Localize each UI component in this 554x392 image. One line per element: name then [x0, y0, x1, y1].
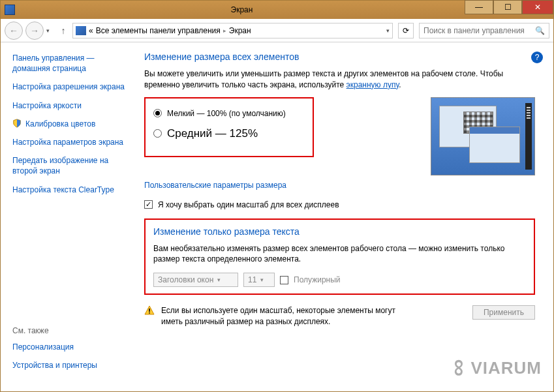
warning-text: Если вы используете один масштаб, некото…	[161, 305, 409, 327]
search-box[interactable]: 🔍	[419, 23, 549, 38]
window-controls: — ☐ ✕	[465, 1, 553, 19]
forward-button[interactable]: →	[25, 22, 44, 40]
magnifier-link[interactable]: экранную лупу	[346, 80, 399, 89]
breadcrumb-item-1[interactable]: Все элементы панели управления	[96, 26, 221, 35]
one-scale-label: Я хочу выбрать один масштаб для всех дис…	[158, 200, 339, 209]
maximize-button[interactable]: ☐	[493, 0, 522, 14]
help-icon[interactable]: ?	[531, 52, 543, 63]
search-input[interactable]	[423, 26, 535, 35]
content: Панель управления — домашняя страница На…	[1, 42, 553, 391]
up-button[interactable]: ↑	[57, 25, 70, 36]
size-options-row: Мелкий — 100% (по умолчанию) Средний — 1…	[144, 97, 535, 175]
font-size-select[interactable]: 11▾	[243, 273, 275, 287]
text-size-heading: Изменение только размера текста	[153, 226, 526, 237]
sidebar-item-cleartype[interactable]: Настройка текста ClearType	[12, 185, 130, 195]
one-scale-checkbox-row[interactable]: Я хочу выбрать один масштаб для всех дис…	[144, 200, 535, 209]
preview-image	[431, 97, 535, 175]
radio-small-label: Мелкий — 100% (по умолчанию)	[167, 109, 286, 118]
minimize-button[interactable]: —	[465, 0, 493, 14]
bold-checkbox[interactable]	[280, 276, 288, 284]
svg-rect-0	[149, 309, 150, 312]
radio-small-input[interactable]	[153, 109, 162, 117]
sidebar-item-home[interactable]: Панель управления — домашняя страница	[12, 53, 130, 74]
monitor-icon	[76, 26, 86, 35]
app-icon	[5, 5, 15, 15]
footer-row: Если вы используете один масштаб, некото…	[144, 305, 535, 334]
custom-size-link[interactable]: Пользовательские параметры размера	[144, 181, 286, 190]
shield-icon	[12, 119, 22, 128]
refresh-button[interactable]: ⟳	[398, 23, 414, 38]
close-button[interactable]: ✕	[522, 0, 553, 14]
sidebar-item-display-settings[interactable]: Настройка параметров экрана	[12, 137, 130, 147]
breadcrumb-prefix: «	[89, 26, 93, 35]
sidebar-item-resolution[interactable]: Настройка разрешения экрана	[12, 82, 130, 92]
warning-icon	[144, 305, 155, 316]
infinity-icon: ∞	[447, 359, 472, 378]
element-select[interactable]: Заголовки окон▾	[153, 273, 238, 287]
main: ? Изменение размера всех элементов Вы мо…	[138, 42, 553, 391]
back-button[interactable]: ←	[5, 22, 23, 40]
sidebar: Панель управления — домашняя страница На…	[1, 42, 138, 391]
text-size-controls: Заголовки окон▾ 11▾ Полужирный	[153, 273, 526, 287]
history-dropdown-icon[interactable]: ▾	[46, 27, 54, 34]
titlebar: Экран — ☐ ✕	[1, 1, 553, 19]
breadcrumb-expand-icon[interactable]: ▾	[386, 27, 390, 34]
breadcrumb-item-2[interactable]: Экран	[229, 26, 251, 35]
chevron-down-icon: ▾	[260, 277, 264, 283]
see-also-heading: См. также	[12, 326, 97, 335]
radio-medium[interactable]: Средний — 125%	[153, 127, 305, 140]
sidebar-item-calibration[interactable]: Калибровка цветов	[12, 119, 130, 129]
window: Экран — ☐ ✕ ← → ▾ ↑ « Все элементы панел…	[0, 0, 554, 392]
page-description: Вы можете увеличить или уменьшить размер…	[144, 68, 535, 91]
breadcrumb[interactable]: « Все элементы панели управления ▸ Экран…	[72, 23, 393, 38]
sidebar-see-also: См. также Персонализация Устройства и пр…	[12, 326, 97, 378]
watermark: ∞ VIARUM	[452, 355, 542, 381]
apply-button[interactable]: Применить	[472, 305, 535, 320]
page-heading: Изменение размера всех элементов	[144, 52, 535, 62]
navbar: ← → ▾ ↑ « Все элементы панели управления…	[1, 19, 553, 42]
see-also-devices[interactable]: Устройства и принтеры	[12, 360, 97, 370]
chevron-right-icon: ▸	[223, 27, 226, 34]
text-size-highlight: Изменение только размера текста Вам необ…	[144, 219, 535, 295]
sidebar-item-brightness[interactable]: Настройка яркости	[12, 100, 130, 111]
radio-medium-input[interactable]	[153, 129, 162, 138]
bold-label: Полужирный	[294, 275, 341, 284]
radio-small[interactable]: Мелкий — 100% (по умолчанию)	[153, 109, 305, 118]
search-icon[interactable]: 🔍	[535, 26, 545, 35]
sidebar-item-project[interactable]: Передать изображение на второй экран	[12, 155, 130, 176]
radio-medium-label: Средний — 125%	[167, 127, 258, 140]
svg-rect-1	[149, 312, 150, 314]
size-options-highlight: Мелкий — 100% (по умолчанию) Средний — 1…	[144, 97, 314, 157]
see-also-personalization[interactable]: Персонализация	[12, 342, 97, 352]
text-size-description: Вам необязательно изменять размер всех э…	[153, 243, 526, 265]
window-title: Экран	[19, 5, 465, 14]
chevron-down-icon: ▾	[217, 277, 221, 283]
one-scale-checkbox[interactable]	[144, 200, 153, 209]
